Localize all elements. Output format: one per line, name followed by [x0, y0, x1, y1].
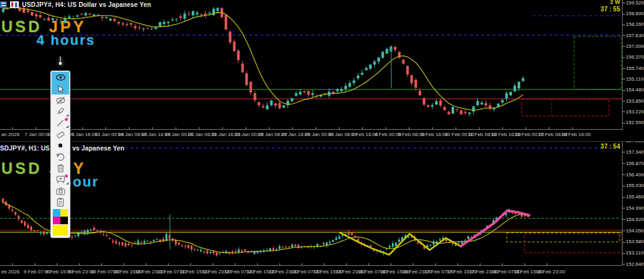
price-scale-label: 154.480: [623, 87, 644, 93]
price-scale-label: 158.890: [623, 11, 644, 16]
palette-yellow-swatch[interactable]: [60, 209, 68, 217]
time-axis-h1[interactable]: eb 20269 Feb 07:009 Feb 15:009 Feb 23:00…: [0, 267, 623, 277]
whiteboard-button[interactable]: [52, 174, 69, 185]
price-scale-label: 156.400: [623, 172, 644, 178]
time-axis-label: an 2026: [1, 132, 19, 137]
time-axis-label: 9 Jan 16:00: [71, 132, 97, 137]
time-axis-label: 18 Feb 16:00: [561, 132, 591, 137]
chart-header-h4: USDJPY#, H4: US Dollar vs Japanese Yen: [0, 1, 151, 9]
select-cursor-button[interactable]: [52, 83, 69, 94]
h1-chart-canvas[interactable]: [0, 142, 623, 266]
price-scale-label: 155.110: [623, 76, 643, 82]
pen-nib-handle-icon[interactable]: [53, 54, 68, 71]
price-scale-label: 153.220: [623, 109, 644, 115]
line-tool-button[interactable]: [52, 117, 69, 128]
price-scale-label: 155.740: [623, 65, 644, 71]
price-scale-label: 157.630: [623, 33, 644, 38]
palette-black-swatch[interactable]: [60, 217, 68, 224]
price-scale-label: 157.340: [623, 149, 644, 155]
eraser-tool-button[interactable]: [52, 128, 69, 140]
h4-chart-canvas[interactable]: [0, 0, 623, 130]
price-scale-label: 155.930: [623, 183, 644, 188]
submenu-corner-indicator: [66, 114, 69, 117]
size-dot-icon: [56, 141, 65, 150]
price-scale-label: 156.870: [623, 161, 644, 166]
eye-icon: [55, 73, 66, 82]
annotation-toolbar: [50, 71, 70, 238]
color-palette: [53, 209, 68, 224]
chart-panel-h1: SDJPY#, H1: US Dollar vs Japanese Yen US…: [0, 141, 644, 279]
price-scale-h4[interactable]: 159.520158.890158.260157.630157.000156.3…: [623, 0, 644, 141]
price-scale-label: 153.850: [623, 98, 644, 104]
candlestick-chart-icon[interactable]: [10, 1, 19, 8]
price-scale-label: 155.460: [623, 194, 644, 200]
price-scale-label: 154.990: [623, 205, 644, 211]
trading-platform-screen: USDJPY#, H4: US Dollar vs Japanese Yen U…: [0, 0, 644, 279]
price-scale-label: 152.590: [623, 120, 644, 125]
price-scale-h1[interactable]: 157.810157.340156.870156.400155.930155.4…: [623, 142, 644, 279]
chart-panel-h4: USDJPY#, H4: US Dollar vs Japanese Yen U…: [0, 0, 644, 141]
eye-off-icon: [55, 96, 66, 105]
screenshot-button[interactable]: [52, 185, 69, 196]
clipboard-icon: [56, 197, 65, 207]
price-scale-label: 153.580: [623, 239, 644, 244]
price-scale-label: 156.370: [623, 54, 644, 60]
line-tool-icon: [55, 118, 65, 128]
price-scale-label: 158.260: [623, 21, 644, 27]
submenu-corner-indicator: [66, 182, 69, 185]
undo-arrow-icon: [55, 152, 65, 162]
palette-cyan-swatch[interactable]: [53, 209, 60, 217]
time-axis-h4[interactable]: an 20267 Jan 00:008 Jan 08:009 Jan 16:00…: [0, 130, 623, 140]
price-scale-label: 152.640: [623, 261, 644, 267]
chart-title-h4: USDJPY#, H4: US Dollar vs Japanese Yen: [22, 1, 151, 8]
clipboard-button[interactable]: [52, 196, 69, 208]
price-scale-label: 157.810: [623, 141, 644, 144]
current-color-swatch[interactable]: [53, 225, 68, 236]
brush-size-button[interactable]: [52, 140, 69, 151]
window-menu-icon[interactable]: [0, 1, 7, 8]
candle-timer-h1: 37 : 54: [601, 143, 620, 150]
trash-icon: [56, 163, 65, 173]
time-axis-label: 7 Jan 00:00: [25, 132, 51, 137]
pink-dot-badge: [65, 174, 68, 178]
pen-tool-button[interactable]: [52, 106, 69, 117]
time-axis-label: eb 2026: [1, 269, 19, 275]
cursor-arrow-icon: [56, 84, 65, 94]
hide-annotations-button[interactable]: [52, 94, 69, 106]
eraser-icon: [55, 130, 66, 139]
show-hide-button[interactable]: [52, 72, 69, 83]
candle-timer-h4: 37 : 55: [601, 6, 620, 13]
timer-badge-h4: 2 W: [610, 0, 620, 5]
price-scale-label: 159.520: [623, 0, 644, 6]
price-scale-label: 153.110: [623, 250, 643, 256]
palette-magenta-swatch[interactable]: [53, 217, 60, 224]
submenu-corner-indicator: [66, 125, 69, 128]
price-scale-label: 154.520: [623, 217, 644, 222]
pink-dot-badge: [65, 118, 68, 121]
time-axis-label: 18 Feb 23:00: [536, 269, 565, 275]
price-scale-label: 157.000: [623, 43, 644, 49]
marker-pen-icon: [55, 106, 65, 117]
clear-all-button[interactable]: [52, 162, 69, 174]
camera-icon: [55, 186, 66, 196]
price-scale-label: 154.050: [623, 228, 644, 234]
undo-button[interactable]: [52, 151, 69, 162]
whiteboard-projector-icon: [55, 174, 66, 185]
